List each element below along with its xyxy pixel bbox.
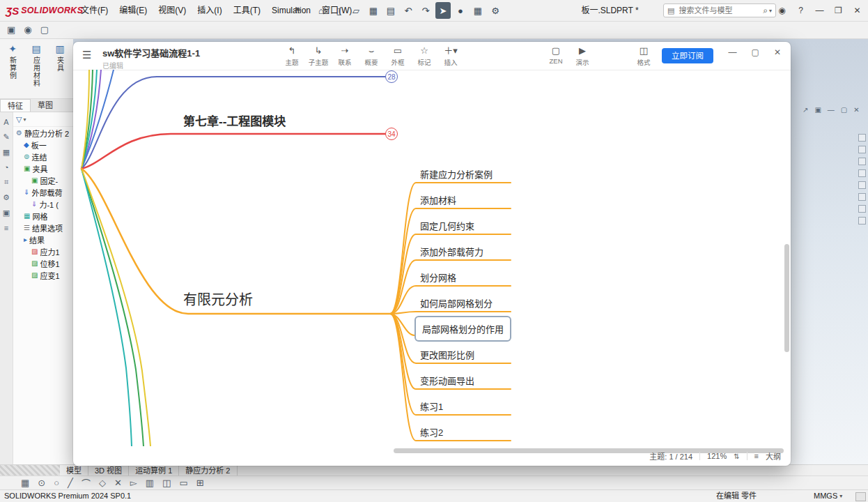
xmind-tool-button[interactable]: ⌣ 概要 bbox=[358, 44, 385, 67]
menu-item[interactable]: Simulation bbox=[266, 0, 316, 21]
filter-caret-icon[interactable]: ▾ bbox=[23, 116, 26, 123]
toolbar-icon[interactable]: ▱ bbox=[348, 2, 364, 19]
toolbar-icon[interactable]: ▦ bbox=[366, 2, 381, 19]
sketch-tool-icon[interactable]: ◇ bbox=[99, 478, 106, 488]
quickbar-icon[interactable]: ▢ bbox=[40, 24, 49, 35]
toolbar-icon[interactable]: ⌂ bbox=[313, 2, 329, 19]
xmind-mode-button[interactable]: ▢ ZEN bbox=[543, 44, 569, 67]
panel-chip[interactable] bbox=[858, 193, 866, 201]
xmind-close-button[interactable]: ✕ bbox=[774, 47, 781, 57]
toolbar-icon[interactable]: ▤ bbox=[383, 2, 398, 19]
zoom-stepper-icon[interactable]: ⇅ bbox=[734, 452, 739, 460]
help-icon[interactable]: ? bbox=[793, 3, 809, 18]
xmind-mode-button[interactable]: ▶ 演示 bbox=[569, 44, 596, 67]
side-strip-icon[interactable]: ▣ bbox=[3, 208, 10, 218]
sketch-tool-icon[interactable]: ✕ bbox=[114, 478, 122, 488]
panel-chip[interactable] bbox=[858, 169, 866, 177]
sketch-tool-icon[interactable]: ╱ bbox=[68, 478, 73, 488]
feature-tab[interactable]: 特征 bbox=[0, 99, 31, 112]
mindmap-node[interactable]: 局部网格划分的作用 bbox=[414, 316, 511, 342]
side-strip-icon[interactable]: ⚙ bbox=[3, 193, 10, 202]
tree-item[interactable]: ▨ 位移1 bbox=[13, 257, 73, 269]
study-tab[interactable]: 运动算例 1 bbox=[129, 465, 179, 476]
toolbar-icon[interactable]: ↷ bbox=[418, 2, 433, 19]
mindmap-node[interactable]: 练习1 bbox=[420, 400, 443, 413]
tree-item[interactable]: ▣ 夹具 bbox=[13, 162, 73, 174]
toolbar-icon[interactable]: ▯ bbox=[331, 2, 346, 19]
panel-chip[interactable] bbox=[858, 205, 866, 213]
panel-chip[interactable] bbox=[858, 158, 866, 165]
sketch-tool-icon[interactable]: ▥ bbox=[146, 478, 154, 488]
mindmap-node[interactable]: 变形动画导出 bbox=[420, 374, 474, 387]
mindmap-node[interactable]: 更改图形比例 bbox=[420, 348, 474, 361]
tree-item[interactable]: ☰ 结果选项 bbox=[13, 222, 73, 234]
close-button[interactable]: ✕ bbox=[849, 3, 865, 18]
outline-icon[interactable]: ≡ bbox=[754, 452, 759, 460]
sketch-tool-icon[interactable]: ○ bbox=[54, 478, 59, 488]
study-tab[interactable]: 静应力分析 2 bbox=[179, 465, 237, 476]
sketch-tool-icon[interactable]: ⊙ bbox=[38, 478, 45, 488]
study-tab[interactable]: 3D 视图 bbox=[88, 465, 129, 476]
sketch-tool-icon[interactable]: ◫ bbox=[162, 478, 171, 488]
tree-item[interactable]: ⊚ 连结 bbox=[13, 151, 73, 162]
sketch-tool-icon[interactable]: ⊞ bbox=[196, 478, 204, 488]
mindmap-node[interactable]: 新建应力分析案例 bbox=[420, 167, 493, 181]
command-button[interactable]: ▥ 夹具 bbox=[49, 41, 71, 96]
xmind-tool-button[interactable]: ⇢ 联系 bbox=[332, 44, 358, 67]
xmind-maximize-button[interactable]: ▢ bbox=[752, 47, 759, 57]
xmind-tool-button[interactable]: ▭ 外框 bbox=[385, 44, 411, 67]
side-strip-icon[interactable]: A bbox=[3, 118, 8, 126]
tree-item[interactable]: ⚙ 静应力分析 2 bbox=[13, 127, 73, 139]
toolbar-icon[interactable]: ↶ bbox=[401, 2, 416, 19]
study-tab[interactable]: 模型 bbox=[60, 465, 88, 476]
mindmap-node[interactable]: 练习2 bbox=[420, 425, 443, 439]
toolbar-icon[interactable]: ● bbox=[453, 2, 468, 19]
outline-button[interactable]: 大纲 bbox=[766, 450, 781, 462]
side-strip-icon[interactable]: ▦ bbox=[3, 148, 10, 157]
tree-item[interactable]: ◆ 板一 bbox=[13, 139, 73, 151]
hamburger-menu-icon[interactable]: ☰ bbox=[82, 49, 91, 61]
toolbar-icon[interactable]: ▦ bbox=[470, 2, 486, 19]
feature-tab[interactable]: 草图 bbox=[31, 99, 60, 112]
xmind-tool-button[interactable]: ↳ 子主题 bbox=[305, 44, 332, 67]
tree-item[interactable]: ▨ 应变1 bbox=[13, 269, 73, 281]
tree-item[interactable]: ▣ 固定- bbox=[13, 174, 73, 186]
viewport-control-icon[interactable]: ↗ bbox=[803, 106, 808, 114]
search-input[interactable] bbox=[677, 6, 763, 15]
sketch-tool-icon[interactable]: ⌒ bbox=[82, 476, 91, 489]
viewport-control-icon[interactable]: ▣ bbox=[814, 106, 821, 114]
xmind-tool-button[interactable]: ＋▾ 插入 bbox=[437, 44, 464, 67]
zoom-level[interactable]: 121% bbox=[707, 452, 727, 460]
format-button[interactable]: ◫ 格式 bbox=[630, 44, 657, 67]
menu-item[interactable]: 编辑(E) bbox=[114, 0, 153, 21]
panel-chip[interactable] bbox=[858, 146, 866, 153]
tree-item[interactable]: ⇓ 外部载荷 bbox=[13, 186, 73, 198]
menu-item[interactable]: 工具(T) bbox=[228, 0, 266, 21]
mindmap-node[interactable]: 划分网格 bbox=[420, 271, 456, 284]
toolbar-icon[interactable]: ⚙ bbox=[488, 2, 503, 19]
user-icon[interactable]: ◉ bbox=[774, 3, 790, 18]
subscribe-button[interactable]: 立即订阅 bbox=[662, 48, 713, 63]
menu-item[interactable]: 视图(V) bbox=[153, 0, 192, 21]
sketch-tool-icon[interactable]: ▻ bbox=[130, 478, 137, 488]
tree-item[interactable]: ▸ 结果 bbox=[13, 234, 73, 245]
sketch-tool-icon[interactable]: ▦ bbox=[21, 478, 29, 488]
command-button[interactable]: ✦ 新算例 bbox=[1, 41, 24, 96]
toolbar-icon[interactable]: ➤ bbox=[435, 2, 451, 19]
mindmap-node[interactable]: 固定几何约束 bbox=[420, 219, 474, 232]
search-box[interactable]: ▤ ⌕ ▾ bbox=[663, 3, 776, 17]
side-strip-icon[interactable]: ⌗ bbox=[4, 178, 8, 187]
viewport-control-icon[interactable]: ✕ bbox=[853, 106, 859, 114]
tree-item[interactable]: ⇓ 力-1 ( bbox=[13, 198, 73, 210]
sketch-tool-icon[interactable]: ▭ bbox=[179, 478, 187, 488]
viewport-control-icon[interactable]: ▢ bbox=[841, 106, 847, 114]
mindmap-node[interactable]: 添加材料 bbox=[420, 193, 456, 206]
menu-item[interactable]: 文件(F) bbox=[75, 0, 114, 21]
side-strip-icon[interactable]: ◔ bbox=[4, 163, 9, 172]
tree-item[interactable]: ▨ 应力1 bbox=[13, 245, 73, 257]
panel-chip[interactable] bbox=[858, 134, 866, 142]
pin-icon[interactable]: ⚑ bbox=[294, 6, 301, 15]
minimize-button[interactable]: — bbox=[812, 3, 828, 18]
side-strip-icon[interactable]: ✎ bbox=[3, 132, 9, 142]
quickbar-icon[interactable]: ◉ bbox=[24, 24, 31, 35]
